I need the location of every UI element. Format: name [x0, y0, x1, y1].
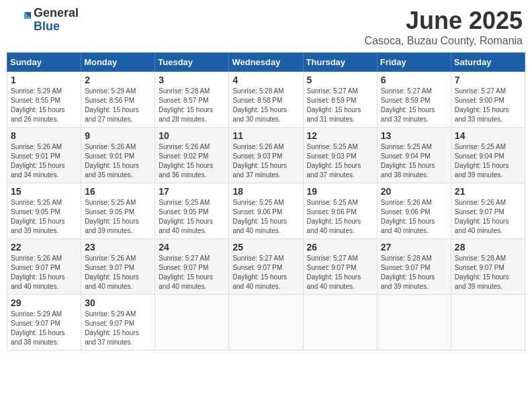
calendar-cell: 8Sunrise: 5:26 AM Sunset: 9:01 PM Daylig… [7, 128, 81, 183]
calendar-cell: 29Sunrise: 5:29 AM Sunset: 9:07 PM Dayli… [7, 295, 81, 351]
day-number: 27 [381, 242, 447, 253]
day-info: Sunrise: 5:25 AM Sunset: 9:06 PM Dayligh… [232, 198, 299, 236]
weekday-header-friday: Friday [377, 53, 451, 72]
calendar-cell: 15Sunrise: 5:25 AM Sunset: 9:05 PM Dayli… [7, 183, 81, 239]
day-number: 3 [159, 75, 225, 85]
day-number: 16 [85, 186, 151, 197]
day-info: Sunrise: 5:28 AM Sunset: 9:07 PM Dayligh… [455, 254, 521, 291]
calendar-cell: 25Sunrise: 5:27 AM Sunset: 9:07 PM Dayli… [229, 239, 303, 295]
logo-text: General Blue [34, 7, 79, 34]
day-number: 15 [11, 186, 77, 197]
calendar-cell [229, 295, 303, 351]
day-info: Sunrise: 5:26 AM Sunset: 9:01 PM Dayligh… [11, 142, 77, 180]
day-info: Sunrise: 5:26 AM Sunset: 9:07 PM Dayligh… [455, 198, 521, 236]
day-info: Sunrise: 5:29 AM Sunset: 9:07 PM Dayligh… [85, 310, 151, 347]
day-info: Sunrise: 5:26 AM Sunset: 9:07 PM Dayligh… [85, 254, 151, 291]
day-info: Sunrise: 5:27 AM Sunset: 9:07 PM Dayligh… [232, 254, 299, 291]
calendar-table: SundayMondayTuesdayWednesdayThursdayFrid… [7, 52, 525, 351]
weekday-header-monday: Monday [81, 53, 155, 72]
day-number: 12 [307, 130, 373, 141]
day-number: 4 [232, 75, 299, 85]
day-number: 13 [381, 130, 447, 141]
day-info: Sunrise: 5:29 AM Sunset: 9:07 PM Dayligh… [11, 310, 77, 347]
day-info: Sunrise: 5:26 AM Sunset: 9:01 PM Dayligh… [85, 142, 151, 180]
logo: General Blue [9, 7, 79, 34]
calendar-cell: 18Sunrise: 5:25 AM Sunset: 9:06 PM Dayli… [229, 183, 303, 239]
calendar-cell [303, 295, 377, 351]
calendar-cell: 7Sunrise: 5:27 AM Sunset: 9:00 PM Daylig… [451, 72, 525, 128]
calendar-cell: 9Sunrise: 5:26 AM Sunset: 9:01 PM Daylig… [81, 128, 155, 183]
day-number: 25 [232, 242, 299, 253]
day-info: Sunrise: 5:25 AM Sunset: 9:05 PM Dayligh… [159, 198, 225, 236]
logo-icon [9, 9, 31, 31]
day-number: 8 [11, 130, 77, 141]
title-block: June 2025 Casoca, Buzau County, Romania [365, 7, 523, 47]
calendar-cell: 28Sunrise: 5:28 AM Sunset: 9:07 PM Dayli… [451, 239, 525, 295]
calendar-cell: 23Sunrise: 5:26 AM Sunset: 9:07 PM Dayli… [81, 239, 155, 295]
calendar-week-4: 22Sunrise: 5:26 AM Sunset: 9:07 PM Dayli… [7, 239, 525, 295]
weekday-header-thursday: Thursday [303, 53, 377, 72]
day-info: Sunrise: 5:27 AM Sunset: 9:07 PM Dayligh… [159, 254, 225, 291]
calendar-header: SundayMondayTuesdayWednesdayThursdayFrid… [7, 53, 525, 72]
calendar-cell: 10Sunrise: 5:26 AM Sunset: 9:02 PM Dayli… [155, 128, 229, 183]
calendar-cell: 2Sunrise: 5:29 AM Sunset: 8:56 PM Daylig… [81, 72, 155, 128]
day-info: Sunrise: 5:25 AM Sunset: 9:04 PM Dayligh… [381, 142, 447, 180]
calendar-cell: 30Sunrise: 5:29 AM Sunset: 9:07 PM Dayli… [81, 295, 155, 351]
day-number: 7 [455, 75, 521, 85]
day-info: Sunrise: 5:25 AM Sunset: 9:04 PM Dayligh… [455, 142, 521, 180]
calendar-cell: 20Sunrise: 5:26 AM Sunset: 9:06 PM Dayli… [377, 183, 451, 239]
calendar-cell: 21Sunrise: 5:26 AM Sunset: 9:07 PM Dayli… [451, 183, 525, 239]
day-number: 18 [232, 186, 299, 197]
day-info: Sunrise: 5:27 AM Sunset: 8:59 PM Dayligh… [381, 87, 447, 124]
day-number: 14 [455, 130, 521, 141]
calendar-cell: 4Sunrise: 5:28 AM Sunset: 8:58 PM Daylig… [229, 72, 303, 128]
day-number: 26 [307, 242, 373, 253]
calendar-cell: 12Sunrise: 5:25 AM Sunset: 9:03 PM Dayli… [303, 128, 377, 183]
calendar-cell: 17Sunrise: 5:25 AM Sunset: 9:05 PM Dayli… [155, 183, 229, 239]
weekday-row: SundayMondayTuesdayWednesdayThursdayFrid… [7, 53, 525, 72]
day-info: Sunrise: 5:28 AM Sunset: 9:07 PM Dayligh… [381, 254, 447, 291]
calendar-body: 1Sunrise: 5:29 AM Sunset: 8:55 PM Daylig… [7, 72, 525, 351]
day-info: Sunrise: 5:26 AM Sunset: 9:03 PM Dayligh… [232, 142, 299, 180]
day-number: 28 [455, 242, 521, 253]
day-info: Sunrise: 5:27 AM Sunset: 9:00 PM Dayligh… [455, 87, 521, 124]
calendar-cell: 11Sunrise: 5:26 AM Sunset: 9:03 PM Dayli… [229, 128, 303, 183]
day-info: Sunrise: 5:26 AM Sunset: 9:02 PM Dayligh… [159, 142, 225, 180]
weekday-header-tuesday: Tuesday [155, 53, 229, 72]
calendar-week-5: 29Sunrise: 5:29 AM Sunset: 9:07 PM Dayli… [7, 295, 525, 351]
logo-blue: Blue [34, 20, 79, 34]
calendar-cell: 24Sunrise: 5:27 AM Sunset: 9:07 PM Dayli… [155, 239, 229, 295]
day-number: 17 [159, 186, 225, 197]
day-number: 1 [11, 75, 77, 85]
calendar-cell [377, 295, 451, 351]
day-number: 29 [11, 298, 77, 308]
day-number: 2 [85, 75, 151, 85]
calendar-cell: 5Sunrise: 5:27 AM Sunset: 8:59 PM Daylig… [303, 72, 377, 128]
calendar-week-3: 15Sunrise: 5:25 AM Sunset: 9:05 PM Dayli… [7, 183, 525, 239]
day-info: Sunrise: 5:26 AM Sunset: 9:06 PM Dayligh… [381, 198, 447, 236]
weekday-header-wednesday: Wednesday [229, 53, 303, 72]
day-info: Sunrise: 5:25 AM Sunset: 9:06 PM Dayligh… [307, 198, 373, 236]
calendar-cell: 27Sunrise: 5:28 AM Sunset: 9:07 PM Dayli… [377, 239, 451, 295]
weekday-header-sunday: Sunday [7, 53, 81, 72]
calendar-cell: 1Sunrise: 5:29 AM Sunset: 8:55 PM Daylig… [7, 72, 81, 128]
day-info: Sunrise: 5:25 AM Sunset: 9:05 PM Dayligh… [85, 198, 151, 236]
day-info: Sunrise: 5:29 AM Sunset: 8:55 PM Dayligh… [11, 87, 77, 124]
calendar-cell: 14Sunrise: 5:25 AM Sunset: 9:04 PM Dayli… [451, 128, 525, 183]
day-number: 11 [232, 130, 299, 141]
logo-general: General [34, 7, 79, 20]
calendar-cell: 13Sunrise: 5:25 AM Sunset: 9:04 PM Dayli… [377, 128, 451, 183]
day-info: Sunrise: 5:28 AM Sunset: 8:57 PM Dayligh… [159, 87, 225, 124]
month-title: June 2025 [365, 7, 523, 35]
day-number: 9 [85, 130, 151, 141]
calendar-cell [451, 295, 525, 351]
weekday-header-saturday: Saturday [451, 53, 525, 72]
calendar-cell [155, 295, 229, 351]
day-info: Sunrise: 5:25 AM Sunset: 9:03 PM Dayligh… [307, 142, 373, 180]
day-number: 19 [307, 186, 373, 197]
day-info: Sunrise: 5:28 AM Sunset: 8:58 PM Dayligh… [232, 87, 299, 124]
page-header: General Blue June 2025 Casoca, Buzau Cou… [7, 7, 525, 47]
day-info: Sunrise: 5:26 AM Sunset: 9:07 PM Dayligh… [11, 254, 77, 291]
day-info: Sunrise: 5:27 AM Sunset: 8:59 PM Dayligh… [307, 87, 373, 124]
day-number: 21 [455, 186, 521, 197]
